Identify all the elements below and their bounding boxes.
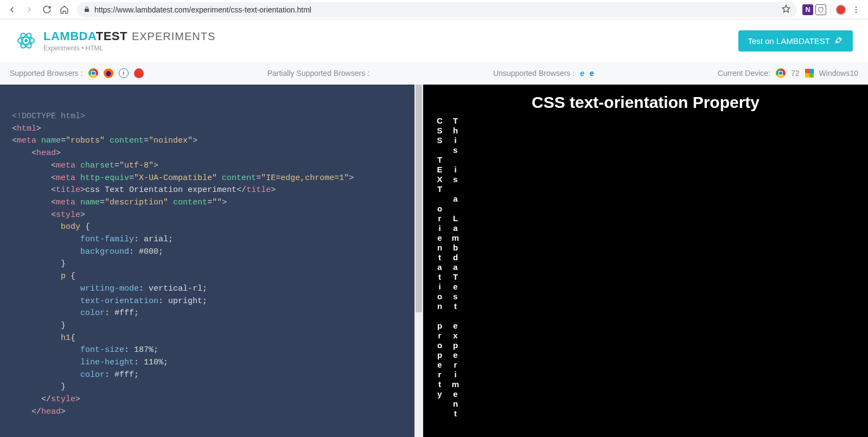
scrollbar-track[interactable] [414, 85, 423, 437]
safari-icon [119, 68, 129, 78]
chrome-icon [88, 68, 98, 78]
browser-support-bar: Supported Browsers : Partially Supported… [0, 62, 868, 85]
main-content: <!DOCTYPE html> <html> <meta name="robot… [0, 85, 868, 437]
unsupported-browsers-group: Unsupported Browsers : e e [493, 69, 594, 78]
reload-button[interactable] [39, 2, 54, 17]
lambdatest-logo-icon [15, 30, 37, 52]
page-header: LAMBDATEST EXPERIMENTS Experiments • HTM… [0, 20, 868, 62]
separator [831, 4, 831, 15]
windows-icon [805, 69, 814, 78]
profile-avatar[interactable] [835, 4, 846, 15]
device-os: Windows10 [819, 69, 858, 78]
svg-point-3 [856, 11, 857, 12]
code-editor-wrap: <!DOCTYPE html> <html> <meta name="robot… [0, 85, 423, 437]
brand-subtitle: EXPERIMENTS [132, 30, 215, 43]
device-browser-icon [776, 68, 786, 78]
extension-onenote-icon[interactable]: N [802, 4, 813, 15]
preview-heading: CSS text-orientation Property [435, 93, 856, 112]
extension-shield-icon[interactable] [815, 4, 826, 15]
device-browser-version: 72 [791, 69, 800, 78]
preview-pane: CSS text-orientation Property CSS TEXT o… [423, 85, 868, 437]
current-device-group: Current Device: 72 Windows10 [718, 68, 858, 78]
edge-legacy-icon: e [590, 69, 594, 78]
home-button[interactable] [56, 2, 72, 17]
svg-point-1 [856, 7, 857, 8]
firefox-icon [104, 68, 113, 78]
star-icon[interactable] [782, 4, 790, 15]
svg-marker-0 [782, 5, 789, 12]
supported-browsers-group: Supported Browsers : [10, 68, 144, 78]
partial-label: Partially Supported Browsers : [267, 69, 369, 78]
browser-toolbar: https://www.lambdatest.com/experiment/cs… [0, 0, 868, 20]
preview-paragraph-1: CSS TEXT orientation property [435, 116, 444, 419]
svg-point-7 [24, 39, 28, 42]
breadcrumb: Experiments • HTML [43, 44, 738, 52]
back-button[interactable] [4, 2, 20, 17]
address-bar[interactable]: https://www.lambdatest.com/experiment/cs… [77, 2, 797, 17]
unsupported-label: Unsupported Browsers : [493, 69, 575, 78]
ie-icon: e [580, 69, 584, 78]
preview-paragraph-2: This is a LambdaTest experiment [451, 116, 460, 419]
svg-point-2 [856, 9, 857, 10]
lock-icon [84, 5, 90, 14]
forward-button[interactable] [22, 2, 37, 17]
opera-icon [134, 68, 144, 78]
url-text: https://www.lambdatest.com/experiment/cs… [94, 5, 777, 14]
svg-point-8 [839, 38, 840, 40]
rocket-icon [834, 36, 843, 46]
code-editor[interactable]: <!DOCTYPE html> <html> <meta name="robot… [0, 85, 423, 437]
supported-label: Supported Browsers : [10, 69, 83, 78]
test-on-lambdatest-button[interactable]: Test on LAMBDATEST [738, 30, 853, 52]
scrollbar-thumb[interactable] [416, 85, 422, 312]
menu-button[interactable] [848, 2, 864, 17]
partial-browsers-group: Partially Supported Browsers : [267, 69, 369, 78]
cta-label: Test on LAMBDATEST [748, 36, 830, 46]
device-label: Current Device: [718, 69, 770, 78]
brand-name: LAMBDATEST [43, 29, 127, 43]
